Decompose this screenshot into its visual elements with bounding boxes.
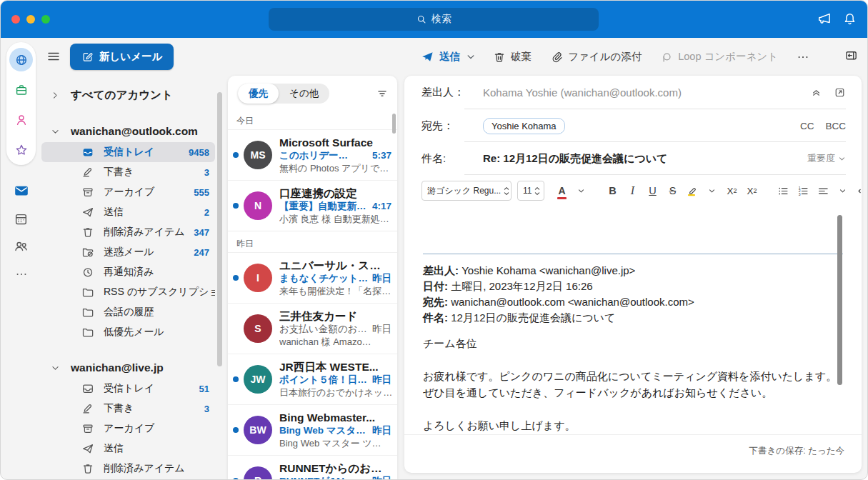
- account-header[interactable]: wanichan@live.jp: [41, 357, 222, 379]
- hamburger-menu-icon[interactable]: [46, 49, 61, 64]
- account-header[interactable]: wanichan@outlook.com: [41, 121, 222, 142]
- outlook-window: 検索 新しいメール 送信 破棄 ファイルの添付 Loop コンポーネント: [0, 0, 868, 480]
- message-list-item[interactable]: S三井住友カードお支払い金額のお…昨日wanichan 様 Amazo…: [228, 303, 397, 354]
- subscript-button[interactable]: X2: [744, 181, 759, 200]
- rail-module-people-icon[interactable]: [9, 234, 33, 258]
- close-window-button[interactable]: [11, 15, 20, 24]
- calendar-icon: [14, 211, 29, 226]
- megaphone-icon[interactable]: [817, 11, 832, 26]
- filter-icon[interactable]: [376, 87, 389, 100]
- avatar: S: [244, 314, 272, 343]
- font-color-button[interactable]: A: [554, 181, 569, 200]
- loop-component-button[interactable]: Loop コンポーネント: [660, 50, 778, 64]
- rail-module-calendar-icon[interactable]: [9, 207, 33, 231]
- search-input[interactable]: 検索: [269, 8, 599, 31]
- send-options-chevron-icon[interactable]: [466, 52, 476, 62]
- highlighter-icon[interactable]: [684, 181, 700, 200]
- rail-account-star-icon[interactable]: [9, 138, 33, 161]
- importance-dropdown[interactable]: 重要度: [807, 152, 846, 165]
- folder-unread-count: 555: [194, 187, 209, 198]
- numbered-list-icon[interactable]: 123: [795, 181, 811, 200]
- folder-item-迷惑メール[interactable]: 迷惑メール247: [41, 242, 215, 262]
- folder-label: 会話の履歴: [104, 306, 215, 319]
- folder-item-削除済みアイテム[interactable]: 削除済みアイテム347: [41, 222, 215, 242]
- tab-focused[interactable]: 優先: [238, 84, 279, 104]
- rail-account-globe-icon[interactable]: [9, 48, 33, 71]
- folder-item-送信[interactable]: 送信2: [41, 202, 215, 222]
- message-preview: Bing Web マスター ツ…: [279, 437, 391, 450]
- cc-button[interactable]: CC: [800, 121, 814, 131]
- rail-account-briefcase-icon[interactable]: [9, 78, 33, 101]
- outdent-icon[interactable]: [854, 181, 862, 200]
- discard-label: 破棄: [511, 50, 532, 64]
- font-family-select[interactable]: 游ゴシック Regu...: [421, 181, 512, 201]
- bcc-button[interactable]: BCC: [825, 121, 846, 131]
- rail-module-more-dots-icon[interactable]: [9, 262, 33, 286]
- rail-account-person-icon[interactable]: [9, 108, 33, 131]
- rail-module-mail-filled-icon[interactable]: [9, 179, 33, 202]
- superscript-button[interactable]: X2: [724, 181, 739, 200]
- message-list-item[interactable]: RRUNNETからのお…RUNNETがJAL…昨日本メールは「RUNNET…: [228, 455, 397, 479]
- unread-dot: [233, 478, 239, 479]
- send-button[interactable]: 送信: [421, 50, 460, 64]
- font-size-select[interactable]: 11: [517, 181, 544, 201]
- folder-item-下書き[interactable]: 下書き3: [41, 399, 215, 419]
- message-list-item[interactable]: Iユニバーサル・ス…まもなくチケット…昨日来年も開催決定！「名探…: [228, 252, 397, 303]
- discard-button[interactable]: 破棄: [493, 50, 532, 64]
- unread-dot: [233, 275, 239, 281]
- attach-file-button[interactable]: ファイルの添付: [550, 50, 642, 64]
- italic-button[interactable]: I: [624, 181, 640, 200]
- chevron-right-icon: [50, 90, 61, 101]
- message-list-scrollbar[interactable]: [392, 114, 396, 134]
- editor-scrollbar[interactable]: [837, 215, 842, 385]
- folder-item-アーカイブ[interactable]: アーカイブ555: [41, 182, 215, 202]
- align-icon[interactable]: [815, 181, 831, 200]
- folder-item-RSS のサブスクリプション[interactable]: RSS のサブスクリプション: [41, 282, 215, 302]
- more-actions-button[interactable]: [797, 51, 809, 64]
- paperclip-icon: [550, 51, 563, 64]
- folder-item-低優先メール[interactable]: 低優先メール: [41, 322, 215, 342]
- archive-icon: [81, 186, 94, 199]
- message-list-item[interactable]: JWJR西日本 WESTE...ポイント５倍！日…昨日日本旅行のおでかけネッ…: [228, 354, 397, 404]
- avatar: BW: [244, 416, 272, 444]
- sidebar-scrollbar[interactable]: [217, 92, 222, 366]
- folder-label: 削除済みアイテム: [104, 462, 215, 475]
- folder-item-受信トレイ[interactable]: 受信トレイ51: [41, 379, 215, 399]
- globe-icon: [14, 53, 29, 67]
- font-color-chevron-icon[interactable]: [573, 181, 589, 200]
- minimize-window-button[interactable]: [26, 15, 35, 24]
- subject-input[interactable]: Re: 12月12日の販売促進会議について: [483, 152, 807, 166]
- zoom-window-button[interactable]: [41, 15, 50, 24]
- folder-item-会話の履歴[interactable]: 会話の履歴: [41, 302, 215, 322]
- folder-item-下書き[interactable]: 下書き3: [41, 162, 215, 182]
- bell-icon[interactable]: [842, 11, 857, 26]
- folder-item-アーカイブ[interactable]: アーカイブ: [41, 419, 215, 439]
- recipient-chip[interactable]: Yoshie Kohama: [483, 118, 565, 134]
- message-body-editor[interactable]: 差出人: Yoshie Kohama <wanichan@live.jp>日付:…: [404, 208, 862, 434]
- folder-item-送信[interactable]: 送信: [41, 439, 215, 459]
- message-list-item[interactable]: MSMicrosoft Surfaceこのホリデー…5:37無料の Photos…: [228, 129, 397, 180]
- avatar: MS: [244, 141, 272, 169]
- quoted-header-line: 宛先: wanichan@outlook.com <wanichan@outlo…: [423, 294, 843, 310]
- message-list-item[interactable]: N口座連携の設定【重要】自動更新…4:17小濱 良恵 様 自動更新処…: [228, 180, 397, 231]
- tab-other[interactable]: その他: [279, 84, 329, 104]
- new-mail-button[interactable]: 新しいメール: [70, 44, 174, 70]
- bold-button[interactable]: B: [604, 181, 620, 200]
- folder-label: アーカイブ: [104, 186, 184, 199]
- mail-filled-icon: [14, 183, 29, 199]
- folder-item-削除済みアイテム[interactable]: 削除済みアイテム: [41, 459, 215, 479]
- collapse-headers-icon[interactable]: [810, 86, 822, 99]
- highlighter-chevron-icon[interactable]: [704, 181, 719, 200]
- message-time: 昨日: [372, 374, 391, 386]
- folder-item-再通知済み[interactable]: 再通知済み: [41, 262, 215, 282]
- underline-button[interactable]: U: [644, 181, 660, 200]
- folder-item-受信トレイ[interactable]: 受信トレイ9458: [41, 142, 215, 162]
- from-value[interactable]: Kohama Yoshie (wanichan@outlook.com): [483, 86, 810, 99]
- strikethrough-button[interactable]: S: [664, 181, 680, 200]
- bullet-list-icon[interactable]: [775, 181, 791, 200]
- pop-out-icon[interactable]: [834, 86, 846, 99]
- message-list-item[interactable]: BWBing Webmaster...Bing Web マスタ…昨日Bing W…: [228, 404, 397, 455]
- align-chevron-icon[interactable]: [834, 181, 850, 200]
- all-accounts-header[interactable]: すべてのアカウント: [41, 84, 222, 106]
- open-side-panel-icon[interactable]: [844, 49, 858, 62]
